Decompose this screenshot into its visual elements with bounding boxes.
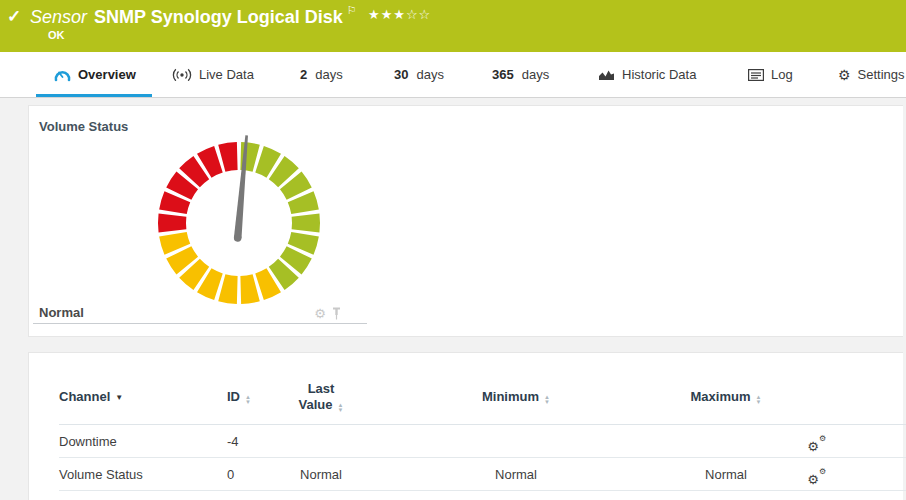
gauge-settings-icon[interactable]: ⚙ <box>314 306 326 321</box>
gauge-icon <box>54 68 71 82</box>
cell-maximum: Normal <box>681 467 771 482</box>
stars-empty: ☆☆ <box>406 7 431 22</box>
flag-icon[interactable]: ⚐ <box>347 4 357 16</box>
sort-updown-icon: ▲▼ <box>544 395 550 405</box>
stars-filled: ★★★ <box>368 7 406 22</box>
col-header-last-label2: Value <box>299 397 333 412</box>
pin-icon[interactable] <box>332 307 341 320</box>
sensor-status-badge: OK <box>48 29 65 41</box>
tab-365-days[interactable]: 365 days <box>492 52 549 97</box>
col-header-minimum[interactable]: Minimum▲▼ <box>351 389 681 405</box>
tab-30-days[interactable]: 30 days <box>394 52 444 97</box>
live-data-icon <box>172 68 192 81</box>
channels-table: Channel▼ ID▲▼ Last Value▲▼ Minimum▲▼ Max… <box>29 353 903 491</box>
sensor-header: ✓ SensorSNMP Synology Logical Disk⚐ ★★★☆… <box>0 0 906 52</box>
cell-id: -4 <box>227 434 291 449</box>
col-header-minimum-label: Minimum <box>482 389 539 404</box>
settings-gear-icon: ⚙ <box>838 67 851 83</box>
gauge-tile-title: Volume Status <box>39 119 128 134</box>
channels-table-header: Channel▼ ID▲▼ Last Value▲▼ Minimum▲▼ Max… <box>59 375 906 425</box>
overview-gauges-panel: Volume Status Normal ⚙ <box>28 105 903 337</box>
tab-30-days-number: 30 <box>394 67 408 82</box>
cell-channel: Volume Status <box>59 467 227 482</box>
table-row-downtime: Downtime -4 ⚙⚙ <box>59 425 906 458</box>
channels-table-panel: Channel▼ ID▲▼ Last Value▲▼ Minimum▲▼ Max… <box>28 352 903 500</box>
sort-updown-icon: ▲▼ <box>756 395 762 405</box>
log-list-icon <box>748 69 764 81</box>
sort-desc-icon: ▼ <box>115 393 123 402</box>
tab-historic-data-label: Historic Data <box>622 67 696 82</box>
tab-log[interactable]: Log <box>748 52 793 97</box>
page-body: Volume Status Normal ⚙ Channel▼ ID▲▼ <box>0 99 906 500</box>
tab-settings-label: Settings <box>858 67 905 82</box>
status-check-icon: ✓ <box>7 6 21 27</box>
tab-settings[interactable]: ⚙ Settings <box>838 52 905 97</box>
col-header-channel[interactable]: Channel▼ <box>59 389 227 404</box>
sort-updown-icon: ▲▼ <box>338 403 344 413</box>
tab-live-data[interactable]: Live Data <box>172 52 254 97</box>
col-header-last-label1: Last <box>308 381 335 396</box>
tab-overview-label: Overview <box>78 67 136 82</box>
sensor-title-row: SensorSNMP Synology Logical Disk⚐ <box>30 4 357 28</box>
cell-last-value: Normal <box>291 467 351 482</box>
table-row-volume-status: Volume Status 0 Normal Normal Normal ⚙⚙ <box>59 458 906 491</box>
tab-2-days[interactable]: 2 days <box>300 52 343 97</box>
tab-overview[interactable]: Overview <box>54 52 136 97</box>
tab-365-days-label: days <box>522 67 549 82</box>
tab-2-days-label: days <box>315 67 342 82</box>
tab-365-days-number: 365 <box>492 67 514 82</box>
cell-minimum: Normal <box>351 467 681 482</box>
sensor-name: SNMP Synology Logical Disk <box>94 7 343 27</box>
col-header-last-value[interactable]: Last Value▲▼ <box>291 381 351 413</box>
gauge-status-label: Normal <box>39 305 84 320</box>
tab-live-data-label: Live Data <box>199 67 254 82</box>
volume-status-gauge-tile: Volume Status Normal ⚙ <box>33 106 367 324</box>
tab-2-days-number: 2 <box>300 67 307 82</box>
cell-channel: Downtime <box>59 434 227 449</box>
col-header-maximum[interactable]: Maximum▲▼ <box>681 389 771 405</box>
tab-30-days-label: days <box>416 67 443 82</box>
tab-log-label: Log <box>771 67 793 82</box>
cell-id: 0 <box>227 467 291 482</box>
col-header-id[interactable]: ID▲▼ <box>227 389 291 405</box>
volume-status-gauge <box>149 133 329 313</box>
sort-updown-icon: ▲▼ <box>245 395 251 405</box>
gauge-tile-actions: ⚙ <box>314 306 341 321</box>
tab-historic-data[interactable]: Historic Data <box>598 52 696 97</box>
sensor-type-label: Sensor <box>30 7 87 27</box>
col-header-channel-label: Channel <box>59 389 110 404</box>
col-header-maximum-label: Maximum <box>691 389 751 404</box>
tab-bar: Overview Live Data 2 days 30 days 365 da… <box>0 52 906 98</box>
historic-chart-icon <box>598 68 615 81</box>
priority-stars[interactable]: ★★★☆☆ <box>368 7 431 22</box>
col-header-id-label: ID <box>227 389 240 404</box>
